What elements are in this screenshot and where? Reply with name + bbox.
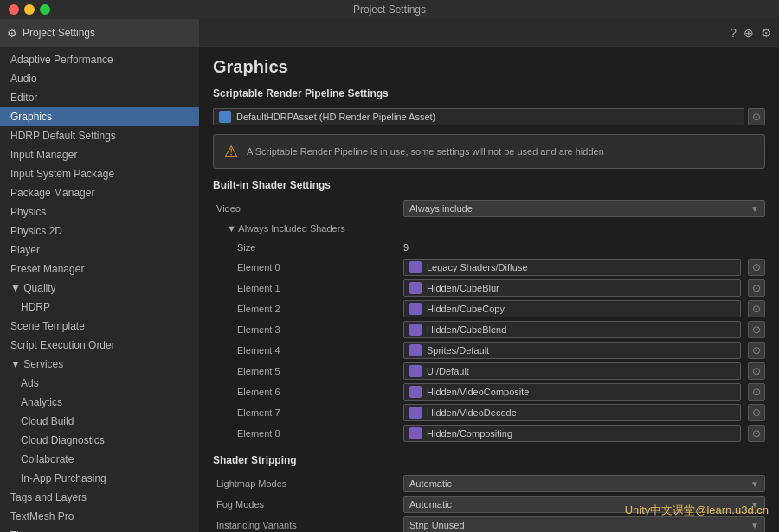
sidebar-item-quality[interactable]: ▼ Quality [0,279,199,298]
element-btn-6[interactable]: ⊙ [748,383,765,401]
arrow-icon: ▼ [10,358,23,370]
sidebar-item-scene-template[interactable]: Scene Template [0,317,199,336]
element-btn-3[interactable]: ⊙ [748,321,765,338]
page-title: Graphics [213,57,765,77]
element-btn-1[interactable]: ⊙ [748,279,765,297]
sidebar-item-analytics[interactable]: Analytics [0,393,199,412]
sidebar-item-cloud-build[interactable]: Cloud Build [0,412,199,431]
content-inner: Graphics Scriptable Render Pipeline Sett… [199,47,779,532]
element-asset-6[interactable]: Hidden/VideoComposite [403,383,741,401]
lightmap-label: Lightmap Modes [213,478,403,489]
sidebar-item-collaborate[interactable]: Collaborate [0,450,199,469]
srp-asset-button[interactable]: ⊙ [748,108,765,125]
instancing-dropdown[interactable]: Strip Unused ▼ [403,516,765,532]
shader-icon [409,344,422,356]
fog-label: Fog Modes [213,499,403,510]
sidebar-item-hdrp[interactable]: HDRP [0,298,199,317]
sidebar-header: ⚙ Project Settings [0,19,199,47]
arrow-icon: ▼ [227,223,238,234]
element-asset-4[interactable]: Sprites/Default [403,342,741,359]
element-btn-0[interactable]: ⊙ [748,259,765,276]
srp-asset-label: DefaultHDRPAsset (HD Render Pipeline Ass… [236,112,435,122]
sidebar-item-label: Physics 2D [10,225,62,237]
element-btn-7[interactable]: ⊙ [748,404,765,421]
srp-asset-field[interactable]: DefaultHDRPAsset (HD Render Pipeline Ass… [213,108,744,125]
always-included-label: ▼ Always Included Shaders [213,223,403,234]
element-asset-8[interactable]: Hidden/Compositing [403,425,741,442]
help-icon[interactable]: ? [730,26,737,40]
sidebar-item-graphics[interactable]: Graphics [0,107,199,126]
shader-icon [409,427,422,439]
layout-icon[interactable]: ⊕ [744,26,754,40]
sidebar-item-cloud-diagnostics[interactable]: Cloud Diagnostics [0,431,199,450]
element-btn-4[interactable]: ⊙ [748,342,765,359]
sidebar-item-label: Input System Package [10,168,114,180]
sidebar-item-label: Collaborate [21,453,74,465]
size-value: 9 [403,242,765,253]
close-button[interactable] [9,4,19,15]
sidebar-item-label: Services [23,358,63,370]
maximize-button[interactable] [40,4,50,15]
sidebar-item-services[interactable]: ▼ Services [0,355,199,374]
sidebar-item-adaptive-performance[interactable]: Adaptive Performance [0,50,199,69]
element-row-6: Element 6 Hidden/VideoComposite ⊙ [213,381,765,402]
sidebar-item-preset-manager[interactable]: Preset Manager [0,260,199,279]
element-row-2: Element 2 Hidden/CubeCopy ⊙ [213,298,765,319]
sidebar-item-package-manager[interactable]: Package Manager [0,183,199,202]
window-title: Project Settings [353,3,426,16]
element-asset-7[interactable]: Hidden/VideoDecode [403,404,741,421]
element-asset-2[interactable]: Hidden/CubeCopy [403,300,741,317]
sidebar-item-input-manager[interactable]: Input Manager [0,145,199,164]
sidebar-item-input-system-package[interactable]: Input System Package [0,164,199,183]
instancing-row: Instancing Variants Strip Unused ▼ [213,515,765,532]
sidebar-item-player[interactable]: Player [0,240,199,260]
shader-icon [409,303,422,315]
main-area: ⚙ Project Settings Adaptive PerformanceA… [0,19,779,532]
sidebar-item-physics-2d[interactable]: Physics 2D [0,221,199,240]
element-label-6: Element 6 [213,387,403,397]
content-toolbar: ? ⊕ ⚙ [199,19,779,47]
element-asset-5[interactable]: UI/Default [403,362,741,380]
minimize-button[interactable] [24,4,35,15]
sidebar-header-label: Project Settings [23,27,95,39]
element-row-3: Element 3 Hidden/CubeBlend ⊙ [213,319,765,340]
titlebar: Project Settings [0,0,779,19]
lightmap-dropdown[interactable]: Automatic ▼ [403,475,765,492]
element-value-7: Hidden/VideoDecode ⊙ [403,404,765,421]
asset-icon [219,111,231,123]
element-asset-1[interactable]: Hidden/CubeBlur [403,279,741,297]
element-value-5: UI/Default ⊙ [403,362,765,380]
element-asset-0[interactable]: Legacy Shaders/Diffuse [403,259,741,276]
sidebar-item-hdrp-default-settings[interactable]: HDRP Default Settings [0,126,199,145]
sidebar-item-label: Adaptive Performance [10,54,113,66]
element-label-7: Element 7 [213,407,403,418]
section-built-in-shader: Built-in Shader Settings [213,179,765,191]
sidebar-item-script-execution-order[interactable]: Script Execution Order [0,336,199,355]
sidebar-item-audio[interactable]: Audio [0,69,199,88]
always-included-row: ▼ Always Included Shaders [213,219,765,238]
element-btn-8[interactable]: ⊙ [748,425,765,442]
element-btn-5[interactable]: ⊙ [748,362,765,380]
sidebar-item-physics[interactable]: Physics [0,202,199,221]
sidebar-item-in-app-purchasing[interactable]: In-App Purchasing [0,469,199,488]
sidebar-item-textmesh-pro[interactable]: TextMesh Pro [0,507,199,526]
sidebar-item-label: Audio [10,73,37,85]
sidebar-item-time[interactable]: Time [0,526,199,532]
element-value-3: Hidden/CubeBlend ⊙ [403,321,765,338]
shader-icon [409,324,422,336]
sidebar-item-editor[interactable]: Editor [0,88,199,107]
sidebar-item-label: Preset Manager [10,263,84,275]
fog-dropdown[interactable]: Automatic ▼ [403,496,765,513]
sidebar-item-tags-and-layers[interactable]: Tags and Layers [0,488,199,507]
sidebar-item-label: Ads [21,377,39,389]
element-row-5: Element 5 UI/Default ⊙ [213,361,765,381]
sidebar-item-ads[interactable]: Ads [0,374,199,393]
shader-icon [409,407,422,419]
shader-icon [409,282,422,294]
element-btn-2[interactable]: ⊙ [748,300,765,317]
video-dropdown[interactable]: Always include ▼ [403,200,765,217]
settings-icon[interactable]: ⚙ [761,26,772,40]
srp-asset-row: DefaultHDRPAsset (HD Render Pipeline Ass… [213,106,765,127]
element-asset-3[interactable]: Hidden/CubeBlend [403,321,741,338]
element-label-8: Element 8 [213,428,403,439]
